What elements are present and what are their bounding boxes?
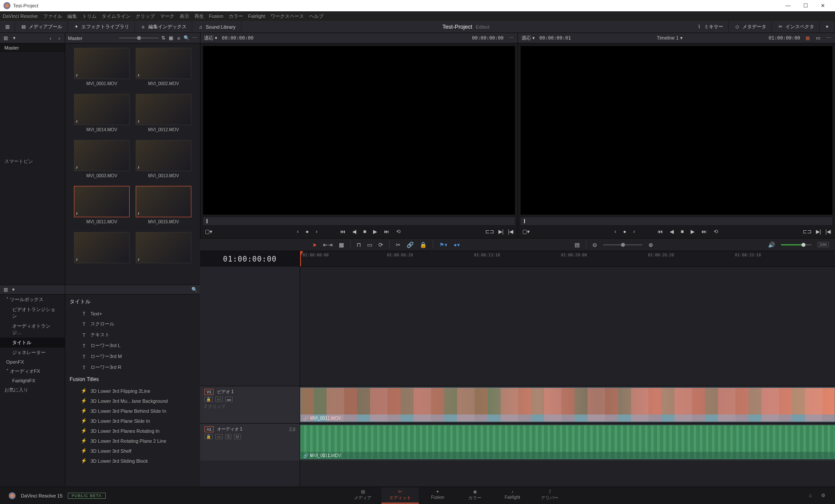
metadata-toggle[interactable]: ◇メタデータ bbox=[729, 21, 772, 33]
color-swatch-icon[interactable]: ▦ bbox=[805, 35, 811, 41]
menu-edit[interactable]: 編集 bbox=[67, 13, 77, 20]
clip-thumbnail[interactable]: ♪ bbox=[74, 94, 130, 125]
step-forward-icon[interactable]: ⏭ bbox=[701, 229, 707, 235]
bin-master[interactable]: Master bbox=[0, 43, 65, 52]
clip-thumbnail[interactable]: ♪ bbox=[74, 186, 130, 217]
panel-layout-icon[interactable]: ▥ bbox=[3, 287, 9, 292]
track-badge-v1[interactable]: V1 bbox=[204, 389, 214, 395]
title-preset-item[interactable]: Tローワー3rd R bbox=[65, 362, 200, 373]
clip-thumbnail[interactable]: ♪ bbox=[136, 94, 191, 125]
options-icon[interactable]: ⋯ bbox=[825, 35, 832, 41]
expand-button[interactable]: ▾ bbox=[820, 21, 835, 33]
chevron-down-icon[interactable]: ▾ bbox=[11, 35, 17, 41]
timeline-view-options-icon[interactable]: ▤ bbox=[574, 242, 580, 248]
nav-back-icon[interactable]: ‹ bbox=[47, 36, 53, 41]
zoom-in-icon[interactable]: ⊕ bbox=[648, 242, 653, 248]
auto-select-icon[interactable]: ▭ bbox=[215, 434, 223, 439]
menu-trim[interactable]: トリム bbox=[82, 13, 97, 20]
cat-audio-transitions[interactable]: オーディオトランジ… bbox=[0, 321, 65, 338]
clip-thumbnail[interactable]: ♪ bbox=[74, 140, 130, 171]
close-button[interactable]: ✕ bbox=[814, 3, 832, 9]
mixer-toggle[interactable]: ⌇ミキサー bbox=[691, 21, 729, 33]
blade-tool-icon[interactable]: ✂ bbox=[396, 242, 401, 248]
clip-thumbnail[interactable]: ♪ bbox=[136, 186, 191, 217]
step-forward-icon[interactable]: ⏭ bbox=[384, 229, 389, 235]
lock-track-icon[interactable]: 🔒 bbox=[204, 434, 213, 439]
play-icon[interactable]: ▶ bbox=[691, 229, 695, 235]
prev-edit-icon[interactable]: ‹ bbox=[297, 229, 299, 235]
cat-toolbox[interactable]: ˅ ツールボックス bbox=[0, 295, 65, 305]
page-deliver[interactable]: ⤴デリバー bbox=[531, 487, 568, 504]
dynamic-trim-icon[interactable]: ▦ bbox=[339, 242, 344, 248]
next-edit-icon[interactable]: › bbox=[633, 229, 635, 235]
page-media[interactable]: ▤メディア bbox=[344, 487, 381, 504]
go-out-icon[interactable]: |◀ bbox=[825, 229, 831, 235]
auto-select-icon[interactable]: ▭ bbox=[215, 397, 223, 402]
marker-dot-icon[interactable]: ● bbox=[306, 229, 309, 235]
zoom-out-icon[interactable]: ⊖ bbox=[592, 242, 597, 248]
page-color[interactable]: ◉カラー bbox=[456, 487, 494, 504]
title-preset-item[interactable]: Tスクロール bbox=[65, 318, 200, 329]
overwrite-icon[interactable]: ▭ bbox=[367, 242, 372, 248]
timeline-ruler[interactable]: 01:00:00:00 01:00:06:20 01:00:13:10 01:0… bbox=[300, 251, 835, 267]
options-icon[interactable]: ⋯ bbox=[508, 35, 514, 41]
page-fairlight[interactable]: ♪Fairlight bbox=[494, 487, 531, 504]
cat-titles[interactable]: タイトル bbox=[0, 338, 65, 348]
list-view-icon[interactable]: ≡ bbox=[176, 36, 182, 41]
title-preset-item[interactable]: TText+ bbox=[65, 309, 200, 318]
media-clip[interactable]: ♪MVI_0003.MOV bbox=[74, 140, 130, 178]
timeline-zoom-slider[interactable] bbox=[603, 244, 642, 245]
lock-icon[interactable]: 🔒 bbox=[420, 242, 427, 248]
source-fit-dropdown[interactable]: 適応 ▾ bbox=[204, 35, 217, 41]
in-out-icon[interactable]: ⊏⊐ bbox=[803, 229, 812, 235]
match-frame-icon[interactable]: ▢▾ bbox=[205, 229, 212, 235]
clip-thumbnail[interactable]: ♪ bbox=[74, 48, 130, 79]
edit-index-toggle[interactable]: ≡編集インデックス bbox=[135, 21, 192, 33]
cat-fairlightfx[interactable]: FairlightFX bbox=[0, 376, 65, 385]
in-out-icon[interactable]: ⊏⊐ bbox=[485, 229, 494, 235]
cat-video-transitions[interactable]: ビデオトランジション bbox=[0, 305, 65, 321]
video-track-header[interactable]: V1 ビデオ 1 🔒 ▭ ▬ 2 クリップ bbox=[200, 386, 300, 423]
fusion-title-item[interactable]: ⚡3D Lower 3rd Shelf bbox=[65, 446, 200, 456]
marker-dot-icon[interactable]: ● bbox=[623, 229, 626, 235]
insert-icon[interactable]: ⊓ bbox=[357, 242, 361, 248]
breadcrumb-master[interactable]: Master bbox=[68, 36, 83, 41]
clip-thumbnail[interactable]: ♪ bbox=[74, 232, 130, 263]
sort-icon[interactable]: ⇅ bbox=[160, 35, 166, 41]
source-screen[interactable] bbox=[203, 46, 515, 215]
video-track-lane[interactable]: 🔗MVI_0011.MOV bbox=[300, 386, 835, 423]
media-clip[interactable]: ♪MVI_0013.MOV bbox=[136, 140, 191, 178]
solo-icon[interactable]: S bbox=[225, 434, 231, 439]
dim-button[interactable]: DIM bbox=[818, 242, 829, 247]
go-start-icon[interactable]: ⏮ bbox=[340, 229, 345, 235]
minimize-button[interactable]: — bbox=[779, 3, 797, 9]
layout-preset-button[interactable]: ▥ bbox=[0, 21, 15, 33]
video-clip[interactable]: 🔗MVI_0011.MOV bbox=[300, 388, 835, 422]
fusion-title-item[interactable]: ⚡3D Lower 3rd Plane Behind Slide In bbox=[65, 406, 200, 416]
mute-icon[interactable]: M bbox=[234, 434, 241, 439]
menu-resolve[interactable]: DaVinci Resolve bbox=[3, 13, 38, 19]
media-clip[interactable]: ♪MVI_0011.MOV bbox=[74, 186, 130, 224]
clip-thumbnail[interactable]: ♪ bbox=[136, 48, 191, 79]
sound-library-toggle[interactable]: ♫Sound Library bbox=[192, 21, 241, 33]
volume-slider[interactable] bbox=[781, 244, 812, 245]
page-fusion[interactable]: ✦Fusion bbox=[419, 487, 456, 504]
stop-icon[interactable]: ■ bbox=[681, 229, 684, 235]
audio-track-lane[interactable]: 🔗MVI_0011.MOV bbox=[300, 423, 835, 461]
flag-dropdown-icon[interactable]: ⚑▾ bbox=[439, 242, 448, 248]
media-clip[interactable]: ♪MVI_0001.MOV bbox=[74, 48, 130, 86]
home-icon[interactable]: ⌂ bbox=[807, 493, 813, 498]
marker-dropdown-icon[interactable]: ●▾ bbox=[454, 242, 460, 248]
selection-tool-icon[interactable]: ➤ bbox=[312, 242, 317, 248]
menu-workspace[interactable]: ワークスペース bbox=[271, 13, 304, 20]
media-pool-toggle[interactable]: ▤メディアプール bbox=[15, 21, 68, 33]
media-clip[interactable]: ♪ bbox=[74, 232, 130, 265]
fusion-title-item[interactable]: ⚡3D Lower 3rd Sliding Block bbox=[65, 456, 200, 466]
play-icon[interactable]: ▶ bbox=[373, 229, 377, 235]
replace-icon[interactable]: ⟳ bbox=[378, 242, 383, 248]
menu-file[interactable]: ファイル bbox=[43, 13, 62, 20]
menu-playback[interactable]: 再生 bbox=[194, 13, 204, 20]
inspector-toggle[interactable]: ✂インスペクタ bbox=[772, 21, 820, 33]
link-icon[interactable]: 🔗 bbox=[407, 242, 414, 248]
fusion-title-item[interactable]: ⚡3D Lower 3rd Rotating Plane 2 Line bbox=[65, 436, 200, 446]
